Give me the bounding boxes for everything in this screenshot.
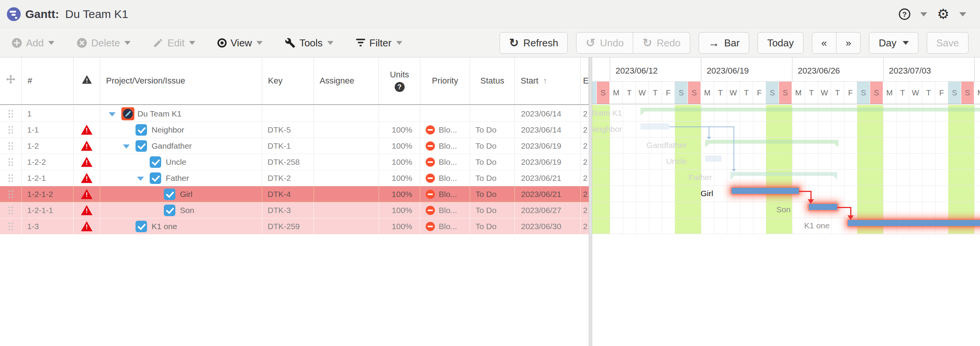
gear-icon[interactable]: ⚙	[937, 7, 949, 21]
column-header-priority[interactable]: Priority	[420, 57, 470, 104]
help-caret-icon[interactable]	[920, 12, 927, 16]
day-header-wd: F	[844, 82, 857, 104]
dependency-line	[837, 207, 851, 208]
column-header-num[interactable]: #	[22, 57, 74, 104]
column-header-status[interactable]: Status	[470, 57, 515, 104]
day-header-sun: S	[688, 82, 701, 104]
priority-blocker-icon	[426, 125, 435, 134]
cell-start: 2023/06/21	[515, 170, 581, 186]
column-label-priority: Priority	[432, 76, 458, 86]
table-row[interactable]: 1-2-1-1SonDTK-3100%Blo...To Do2023/06/27…	[0, 202, 589, 218]
week-header: 2023/06/19	[701, 57, 792, 81]
day-header-sun: S	[961, 82, 974, 104]
cell-start: 2023/06/14	[515, 122, 581, 138]
day-header-wd: T	[922, 82, 935, 104]
drag-handle-icon[interactable]	[8, 142, 10, 144]
day-button[interactable]: Day	[869, 32, 918, 54]
save-button[interactable]: Save	[927, 32, 969, 54]
prev-button[interactable]: «	[812, 32, 836, 54]
cell-end: 2	[581, 122, 589, 138]
drag-handle-icon[interactable]	[8, 223, 10, 224]
help-icon[interactable]: ?	[899, 8, 910, 20]
cell-start: 2023/06/19	[515, 154, 581, 170]
page-title-name: Du Team K1	[65, 8, 128, 20]
column-header-drag[interactable]	[0, 57, 22, 104]
drag-handle-icon[interactable]	[8, 110, 10, 112]
column-header-warn[interactable]	[74, 57, 100, 104]
cell-start: 2023/06/30	[515, 218, 581, 234]
column-header-name[interactable]: Project/Version/Issue	[100, 57, 262, 104]
toolbar: AddDeleteEditViewToolsFilter ↻Refresh↺Un…	[0, 29, 980, 57]
dependency-line	[799, 191, 811, 192]
tree-expand-caret-icon[interactable]	[109, 112, 116, 116]
gear-caret-icon[interactable]	[959, 12, 966, 16]
issue-name: Son	[180, 202, 194, 218]
drag-handle-icon[interactable]	[8, 158, 10, 160]
next-button[interactable]: »	[836, 32, 861, 54]
column-header-units[interactable]: Units?	[379, 57, 420, 104]
table-row[interactable]: 1-3K1 oneDTK-259100%Blo...To Do2023/06/3…	[0, 218, 589, 234]
cell-name: Uncle	[100, 154, 262, 170]
cell-status: To Do	[470, 138, 515, 154]
drag-handle-icon[interactable]	[8, 190, 10, 192]
summary-bar[interactable]	[730, 172, 837, 176]
task-checkbox-icon[interactable]	[136, 221, 147, 232]
cell-units	[379, 106, 420, 122]
pane-splitter[interactable]	[589, 57, 592, 346]
cell-end: 2	[581, 106, 589, 122]
drag-handle-icon[interactable]	[8, 174, 10, 176]
units-help-icon[interactable]: ?	[395, 82, 405, 92]
menu-delete[interactable]: Delete	[77, 37, 131, 49]
task-bar[interactable]	[705, 156, 722, 162]
undo-button[interactable]: ↺Undo	[576, 32, 633, 54]
task-bar[interactable]	[848, 220, 980, 226]
week-header: 2023/06/12	[610, 57, 701, 81]
cell-priority: Blo...	[420, 202, 470, 218]
task-checkbox-icon[interactable]	[150, 156, 161, 168]
task-checkbox-icon[interactable]	[136, 140, 147, 152]
table-row[interactable]: 1-2-2UncleDTK-258100%Blo...To Do2023/06/…	[0, 154, 589, 170]
chevron-down-icon	[124, 41, 131, 45]
summary-bar[interactable]	[640, 108, 980, 112]
menu-filter[interactable]: Filter	[356, 37, 402, 49]
day-header-wd: W	[909, 82, 922, 104]
cell-key: DTK-5	[262, 122, 314, 138]
menu-tools[interactable]: Tools	[285, 37, 333, 49]
cell-assignee	[314, 138, 379, 154]
table-row[interactable]: 1-1NeighborDTK-5100%Blo...To Do2023/06/1…	[0, 122, 589, 138]
bar-label: K1 one	[804, 218, 830, 234]
menu-edit[interactable]: Edit	[153, 37, 195, 49]
task-checkbox-icon[interactable]	[164, 205, 175, 216]
drag-handle-icon[interactable]	[8, 207, 10, 208]
drag-handle-icon[interactable]	[8, 126, 10, 128]
summary-bar[interactable]	[705, 140, 838, 144]
task-checkbox-icon[interactable]	[150, 172, 161, 184]
refresh-button[interactable]: ↻Refresh	[500, 32, 568, 54]
table-row[interactable]: 1-2-1-2GirlDTK-4100%Blo...To Do2023/06/2…	[0, 186, 589, 202]
menu-view[interactable]: View	[217, 37, 263, 49]
column-header-assignee[interactable]: Assignee	[314, 57, 379, 104]
task-bar[interactable]	[732, 188, 799, 194]
day-header-wd: F	[662, 82, 675, 104]
redo-button[interactable]: ↻Redo	[633, 32, 690, 54]
bar-button[interactable]: →Bar	[699, 32, 749, 54]
undo-label: Undo	[600, 37, 624, 49]
column-header-key[interactable]: Key	[262, 57, 314, 104]
task-checkbox-icon[interactable]	[136, 124, 147, 136]
task-bar[interactable]	[809, 204, 837, 210]
task-bar[interactable]	[640, 123, 669, 130]
chart-body: Du Team K1NeighborGandfatherUncleFatherG…	[592, 105, 980, 234]
menu-add[interactable]: Add	[11, 37, 54, 49]
dependency-arrow-icon	[808, 199, 814, 204]
table-row[interactable]: 1-2-1FatherDTK-2100%Blo...To Do2023/06/2…	[0, 170, 589, 186]
cell-assignee	[314, 170, 379, 186]
today-button[interactable]: Today	[758, 32, 803, 54]
tree-expand-caret-icon[interactable]	[123, 144, 130, 149]
table-row[interactable]: 1Du Team K12023/06/142	[0, 106, 589, 122]
task-checkbox-icon[interactable]	[164, 189, 175, 200]
column-header-start[interactable]: Start↑	[515, 57, 581, 104]
redo-icon: ↻	[642, 37, 652, 49]
tree-expand-caret-icon[interactable]	[137, 177, 144, 181]
table-row[interactable]: 1-2GandfatherDTK-1100%Blo...To Do2023/06…	[0, 138, 589, 154]
column-header-end[interactable]: End	[581, 57, 589, 104]
